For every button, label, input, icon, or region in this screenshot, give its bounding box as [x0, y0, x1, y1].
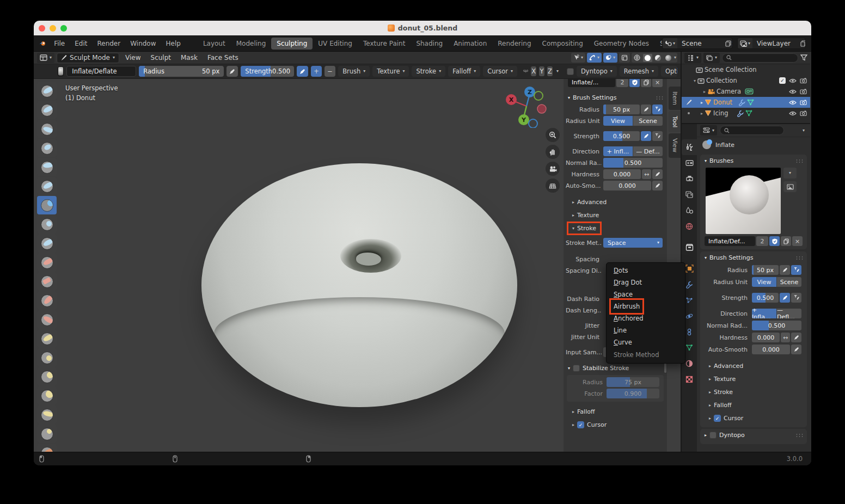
section-stroke[interactable]: ▾Stroke — [564, 223, 667, 234]
menu-help[interactable]: Help — [161, 38, 186, 49]
panel-grip[interactable] — [795, 159, 803, 163]
shading-material-button[interactable] — [653, 54, 663, 62]
brush-clay-strips[interactable] — [37, 139, 57, 157]
radius-pressure-button[interactable] — [226, 66, 238, 77]
workspace-tab-uv-editing[interactable]: UV Editing — [313, 38, 358, 50]
outliner-editor-type-button[interactable]: ▾ — [684, 53, 701, 63]
sidebar-brush-settings-header[interactable]: ▾ Brush Settings — [564, 91, 667, 103]
brush-name-input[interactable]: Inflate/Def... — [705, 236, 755, 246]
perspective-toggle-button[interactable] — [546, 179, 560, 193]
shading-wireframe-button[interactable] — [633, 54, 642, 62]
strength-pen-button[interactable] — [641, 131, 651, 141]
brush-name-input[interactable]: Inflate/... — [568, 79, 615, 87]
outliner-row-scene-collection[interactable]: Scene Collection — [682, 64, 810, 75]
section-advanced[interactable]: ▸Advanced — [564, 196, 667, 208]
overlays-toggle[interactable]: ▾ — [587, 53, 602, 63]
props-section-cursor[interactable]: ▸✓Cursor — [700, 413, 807, 424]
zoom-button[interactable] — [546, 128, 560, 142]
hide-eye-icon[interactable] — [789, 89, 797, 94]
collection-exclude-checkbox[interactable]: ✓ — [779, 77, 786, 84]
brush-layer[interactable] — [37, 177, 57, 195]
unlink-brush-button[interactable]: × — [652, 79, 663, 87]
remesh-popover[interactable]: Remesh▾ — [620, 66, 658, 77]
section-falloff[interactable]: ▸Falloff — [564, 406, 667, 417]
brush-select-dropdown[interactable]: ▾ — [783, 168, 797, 179]
brush-icon-toggle[interactable] — [783, 181, 797, 192]
blender-logo-icon[interactable] — [39, 40, 46, 47]
options-popover[interactable]: Opti — [661, 66, 677, 77]
gizmos-toggle[interactable]: ▾ — [571, 53, 585, 63]
radius-pressure-button[interactable] — [652, 105, 663, 114]
dyntopo-checkbox[interactable] — [709, 432, 717, 439]
disable-render-icon[interactable] — [800, 110, 807, 116]
radius-unit-view[interactable]: View — [603, 116, 633, 126]
hardness-invert-button[interactable]: ↔ — [642, 169, 651, 179]
workspace-tab-scripting-truncated[interactable]: S — [654, 38, 662, 50]
expand-icon[interactable]: ▾ — [694, 78, 696, 83]
fake-user-button[interactable] — [629, 79, 640, 87]
brush-blob[interactable] — [37, 215, 57, 233]
dyntopo-popover[interactable]: Dyntopo▾ — [577, 66, 617, 77]
direction-deflate[interactable]: — Def... — [633, 146, 663, 156]
strength-slider[interactable]: 0.500 — [603, 131, 640, 141]
auto-smooth-slider[interactable]: 0.000 — [752, 345, 790, 354]
expand-icon[interactable]: ▸ — [701, 111, 703, 116]
radius-slider[interactable]: 50 px — [752, 265, 779, 275]
strength-pen-button[interactable] — [780, 293, 790, 303]
brush-pose[interactable] — [37, 425, 57, 443]
workspace-tab-rendering[interactable]: Rendering — [492, 38, 536, 50]
mirror-y-button[interactable]: Y — [539, 66, 544, 76]
add-direction-button[interactable]: + — [311, 66, 322, 77]
scene-selector[interactable]: ▾ Scene × — [662, 38, 733, 49]
properties-tab-texture[interactable] — [682, 371, 697, 387]
brush-clay-thumb[interactable] — [37, 158, 57, 176]
strength-slider[interactable]: Strength 0.500 — [241, 66, 294, 77]
brush-inflate[interactable] — [37, 196, 57, 214]
stabilize-factor-slider[interactable]: 0.900 — [607, 389, 659, 398]
dyntopo-checkbox[interactable] — [567, 68, 574, 75]
brush-draw-sharp[interactable] — [37, 101, 57, 119]
cursor-checkbox[interactable]: ✓ — [577, 421, 584, 428]
brush-pinch[interactable] — [37, 329, 57, 348]
filter-icon[interactable] — [800, 54, 807, 61]
subtract-direction-button[interactable]: − — [324, 66, 335, 77]
radius-unit-scene[interactable]: Scene — [776, 277, 801, 287]
outliner-row-collection[interactable]: ▾ Collection ✓ — [682, 75, 810, 86]
stabilize-stroke-checkbox[interactable] — [573, 365, 580, 372]
menu-sculpt[interactable]: Sculpt — [147, 53, 175, 63]
workspace-tab-sculpting[interactable]: Sculpting — [271, 38, 313, 50]
cursor-popover[interactable]: Cursor▾ — [483, 66, 517, 77]
dyntopo-panel-header[interactable]: ▸ Dyntopo — [700, 429, 807, 441]
props-section-falloff[interactable]: ▸Falloff — [700, 399, 807, 411]
brush-preview-image[interactable] — [706, 168, 781, 234]
disable-render-icon[interactable] — [800, 89, 807, 94]
viewport-3d[interactable]: User Perspective (1) Donut Z X Y — [34, 79, 681, 452]
strength-slider[interactable]: 0.500 — [752, 293, 779, 303]
brush-grab[interactable] — [37, 348, 57, 367]
radius-pen-button[interactable] — [641, 105, 651, 114]
brush-settings-header[interactable]: ▾ Brush Settings — [700, 251, 807, 263]
disable-render-icon[interactable] — [800, 100, 807, 105]
hide-eye-icon[interactable] — [789, 100, 797, 105]
shading-solid-button[interactable] — [643, 54, 652, 62]
properties-editor-type-button[interactable]: ▾ — [700, 125, 717, 136]
radius-slider[interactable]: 50 px — [603, 105, 640, 114]
section-texture[interactable]: ▸Texture — [564, 210, 667, 221]
menu-item-drag-dot[interactable]: Drag Dot — [607, 276, 685, 288]
camera-view-button[interactable] — [546, 162, 560, 176]
workspace-tab-animation[interactable]: Animation — [448, 38, 492, 50]
tab-view[interactable]: View — [669, 133, 681, 157]
maximize-window-button[interactable] — [60, 25, 67, 32]
props-section-advanced[interactable]: ▸Advanced — [700, 360, 807, 372]
brush-name-field[interactable]: Inflate/Deflate — [66, 66, 136, 77]
brush-popover[interactable]: Brush▾ — [338, 66, 370, 77]
brush-smooth[interactable] — [37, 253, 57, 272]
brush-thumb[interactable] — [37, 405, 57, 424]
expand-icon[interactable]: ▸ — [701, 100, 703, 105]
mode-selector[interactable]: Sculpt Mode ▾ — [57, 53, 119, 63]
menu-item-anchored[interactable]: Anchored — [607, 312, 685, 324]
radius-pressure-button[interactable] — [791, 265, 801, 275]
expand-icon[interactable]: ▸ — [703, 89, 706, 94]
active-brush-thumbnail[interactable] — [58, 66, 64, 76]
normal-radius-slider[interactable]: 0.500 — [603, 158, 663, 168]
